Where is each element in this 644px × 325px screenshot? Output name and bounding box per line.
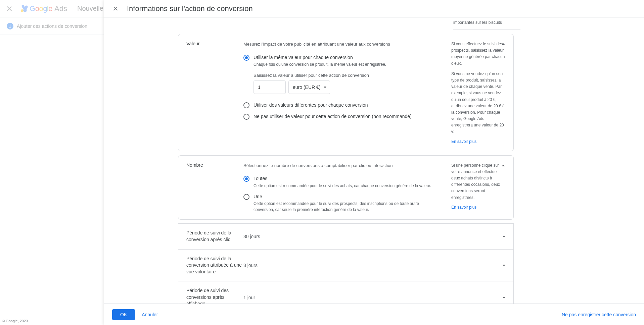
chevron-down-icon — [501, 233, 507, 240]
count-description: Sélectionnez le nombre de conversions à … — [243, 162, 431, 169]
radio-icon — [243, 176, 249, 182]
modal-close-icon[interactable] — [112, 5, 119, 12]
radio-icon — [243, 102, 249, 108]
value-input-label: Saisissez la valeur à utiliser pour cett… — [254, 73, 431, 78]
radio-no-value[interactable]: Ne pas utiliser de valeur pour cette act… — [243, 113, 431, 120]
click-window-value: 30 jours — [243, 234, 260, 239]
radio-count-one[interactable]: Une Cette option est recommandée pour le… — [243, 194, 431, 213]
click-window-title: Période de suivi de la conversion après … — [186, 230, 243, 243]
display-window-value: 1 jour — [243, 295, 255, 300]
cookie-notice-remnant: importantes sur les biscuits — [453, 17, 520, 30]
ok-button[interactable]: OK — [112, 309, 135, 320]
learn-more-link[interactable]: En savoir plus — [451, 205, 476, 210]
value-help-2: Si vous ne vendez qu'un seul type de pro… — [451, 71, 505, 135]
radio-same-value[interactable]: Utiliser la même valeur pour chaque conv… — [243, 54, 431, 68]
conversion-value-input[interactable] — [254, 80, 286, 94]
view-window-row[interactable]: Période de suivi de la conversion attrib… — [178, 249, 514, 282]
radio-icon — [243, 55, 249, 61]
radio-count-all-sublabel: Cette option est recommandée pour le sui… — [254, 183, 431, 189]
value-description: Mesurez l'impact de votre publicité en a… — [243, 41, 431, 48]
chevron-down-icon — [501, 294, 507, 301]
value-section: Valeur Mesurez l'impact de votre publici… — [178, 34, 514, 151]
currency-select-value: euro (EUR €) — [293, 85, 320, 90]
radio-icon — [243, 194, 249, 200]
click-window-row[interactable]: Période de suivi de la conversion après … — [178, 223, 514, 249]
modal-title: Informations sur l'action de conversion — [127, 4, 253, 13]
count-section: Nombre Sélectionnez le nombre de convers… — [178, 155, 514, 220]
radio-same-value-label: Utiliser la même valeur pour chaque conv… — [254, 54, 386, 61]
chevron-down-icon — [501, 262, 507, 269]
chevron-up-icon[interactable] — [499, 162, 507, 170]
radio-count-one-sublabel: Cette option est recommandée pour le sui… — [254, 201, 431, 213]
modal-body: importantes sur les biscuits Valeur Mesu… — [104, 17, 644, 304]
count-help: Si une personne clique sur votre annonce… — [451, 162, 505, 201]
view-window-title: Période de suivi de la conversion attrib… — [186, 256, 243, 275]
radio-same-value-sublabel: Chaque fois qu'une conversion se produit… — [254, 61, 386, 67]
radio-count-all[interactable]: Toutes Cette option est recommandée pour… — [243, 175, 431, 189]
value-help-1: Si vous effectuez le suivi des prospects… — [451, 41, 505, 67]
learn-more-link[interactable]: En savoir plus — [451, 139, 476, 144]
radio-count-one-label: Une — [254, 194, 431, 200]
radio-different-values-label: Utiliser des valeurs différentes pour ch… — [254, 102, 368, 109]
modal-header: Informations sur l'action de conversion — [104, 0, 644, 17]
chevron-up-icon[interactable] — [499, 40, 507, 48]
radio-different-values[interactable]: Utiliser des valeurs différentes pour ch… — [243, 102, 431, 109]
display-window-title: Période de suivi des conversions après a… — [186, 287, 243, 304]
radio-icon — [243, 114, 249, 120]
count-title: Nombre — [186, 162, 230, 168]
skip-save-link[interactable]: Ne pas enregistrer cette conversion — [562, 312, 636, 317]
modal-footer: OK Annuler Ne pas enregistrer cette conv… — [104, 304, 644, 325]
radio-no-value-label: Ne pas utiliser de valeur pour cette act… — [254, 113, 412, 120]
radio-count-all-label: Toutes — [254, 175, 431, 182]
display-window-row[interactable]: Période de suivi des conversions après a… — [178, 281, 514, 304]
copyright: © Google, 2023. — [2, 319, 29, 323]
currency-select[interactable]: euro (EUR €) — [288, 80, 330, 94]
view-window-value: 3 jours — [243, 263, 258, 268]
value-title: Valeur — [186, 41, 230, 46]
cancel-button[interactable]: Annuler — [138, 309, 162, 320]
conversion-info-modal: Informations sur l'action de conversion … — [104, 0, 644, 325]
modal-overlay: Informations sur l'action de conversion … — [0, 0, 644, 325]
